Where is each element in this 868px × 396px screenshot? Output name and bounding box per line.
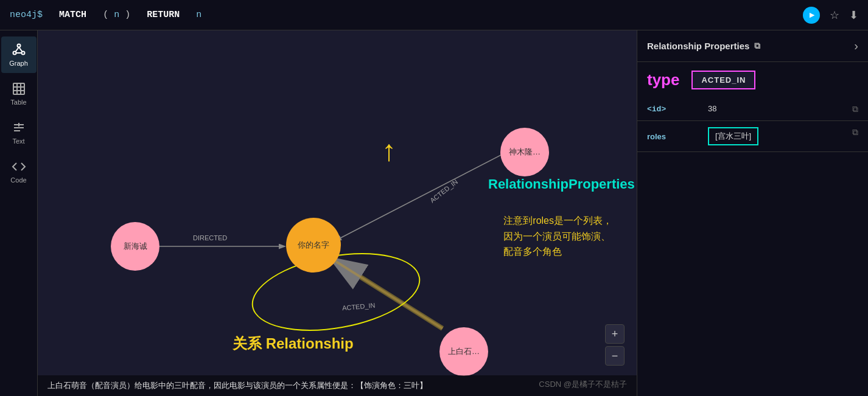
property-row-id: <id> 38 ⧉: [637, 98, 868, 121]
svg-point-2: [21, 52, 24, 55]
bottom-info-text: 上白石萌音（配音演员）给电影中的三叶配音，因此电影与该演员的一个关系属性便是：【…: [47, 381, 427, 390]
query-space: [48, 10, 54, 20]
query-var-n2: n: [196, 10, 201, 20]
zoom-in-button[interactable]: +: [605, 324, 625, 344]
query-text: neo4j$ MATCH ( n ) RETURN n: [10, 10, 201, 20]
properties-table: <id> 38 ⧉ roles [宫水三叶] ⧉: [637, 98, 868, 152]
copy-roles-icon[interactable]: ⧉: [852, 127, 858, 137]
watermark: CSDN @是橘子不是桔子: [539, 379, 627, 390]
sidebar-graph-label: Graph: [9, 60, 28, 67]
node-xinhaiCheng-label: 新海诚: [124, 241, 147, 252]
query-keyword-return: RETURN: [147, 10, 180, 20]
node-ueshiro-label: 上白石…: [448, 346, 480, 357]
query-prefix: neo4j$: [10, 10, 43, 20]
roles-value-badge[interactable]: [宫水三叶]: [708, 127, 758, 145]
code-icon: [12, 159, 26, 174]
sidebar-table-label: Table: [10, 99, 26, 106]
query-space4: [185, 10, 191, 20]
panel-title: Relationship Properties ⧉: [647, 41, 760, 51]
sidebar-code-label: Code: [10, 176, 26, 184]
top-bar: neo4j$ MATCH ( n ) RETURN n ☆ ⬇: [0, 0, 868, 30]
node-yourname-label: 你的名字: [298, 240, 329, 251]
panel-title-text: Relationship Properties: [647, 41, 749, 51]
query-paren-close: ): [125, 10, 130, 20]
svg-rect-6: [13, 83, 24, 94]
prop-value-roles: [宫水三叶] ⧉: [698, 121, 868, 152]
svg-point-1: [13, 52, 16, 55]
text-icon: [12, 120, 26, 135]
query-space2: [92, 10, 97, 20]
svg-line-16: [336, 149, 513, 240]
query-space3: [136, 10, 141, 20]
svg-point-0: [17, 44, 20, 47]
svg-line-4: [19, 47, 23, 52]
prop-key-roles: roles: [637, 121, 698, 152]
property-row-roles: roles [宫水三叶] ⧉: [637, 121, 868, 152]
panel-collapse-button[interactable]: ›: [854, 39, 858, 53]
sidebar-item-table[interactable]: Table: [1, 75, 37, 112]
download-icon[interactable]: ⬇: [849, 9, 858, 22]
yellow-note: 注意到roles是一个列表，因为一个演员可能饰演、配音多个角色: [503, 213, 612, 260]
directed-edge-label: DIRECTED: [193, 234, 227, 241]
table-icon: [12, 82, 26, 96]
query-paren-open: (: [103, 10, 108, 20]
node-shinomoto[interactable]: 神木隆…: [500, 128, 549, 176]
zoom-out-button[interactable]: −: [605, 346, 625, 366]
svg-line-3: [15, 47, 19, 52]
node-shinomoto-label: 神木隆…: [509, 147, 541, 158]
relationship-properties-annotation: RelationshipProperties: [488, 176, 635, 192]
panel-header: Relationship Properties ⧉ ›: [637, 30, 868, 62]
copy-id-icon[interactable]: ⧉: [852, 104, 858, 114]
type-section: type ACTED_IN: [637, 62, 868, 98]
query-var-n: n: [114, 10, 119, 20]
run-query-button[interactable]: [803, 7, 820, 24]
type-value-badge[interactable]: ACTED_IN: [691, 71, 755, 89]
relationship-annotation: 关系 Relationship: [233, 334, 354, 353]
sidebar: Graph Table Text: [0, 30, 38, 396]
prop-key-id: <id>: [637, 98, 698, 121]
sidebar-item-code[interactable]: Code: [1, 153, 37, 190]
main-layout: Graph Table Text: [0, 30, 868, 396]
top-bar-icons: ☆ ⬇: [803, 7, 858, 24]
right-panel: Relationship Properties ⧉ › type ACTED_I…: [637, 30, 868, 396]
sidebar-item-text[interactable]: Text: [1, 114, 37, 151]
node-yourname[interactable]: 你的名字: [286, 218, 341, 273]
node-ueshiro[interactable]: 上白石…: [439, 327, 488, 376]
node-xinhaiCheng[interactable]: 新海诚: [111, 222, 159, 271]
id-value-text: 38: [708, 104, 716, 113]
copy-panel-icon[interactable]: ⧉: [754, 41, 760, 51]
graph-icon: [12, 43, 26, 57]
graph-area[interactable]: DIRECTED ACTED_IN ACTED_IN 新海诚 你的名字 神木隆……: [38, 30, 637, 396]
query-keyword-match: MATCH: [59, 10, 86, 20]
type-label: type: [647, 71, 679, 89]
arrow-up-icon: ↑: [382, 134, 396, 167]
zoom-controls: + −: [605, 324, 625, 366]
sidebar-text-label: Text: [12, 137, 24, 145]
sidebar-item-graph[interactable]: Graph: [1, 36, 37, 73]
star-icon[interactable]: ☆: [830, 9, 839, 22]
prop-value-id: 38 ⧉: [698, 98, 868, 121]
